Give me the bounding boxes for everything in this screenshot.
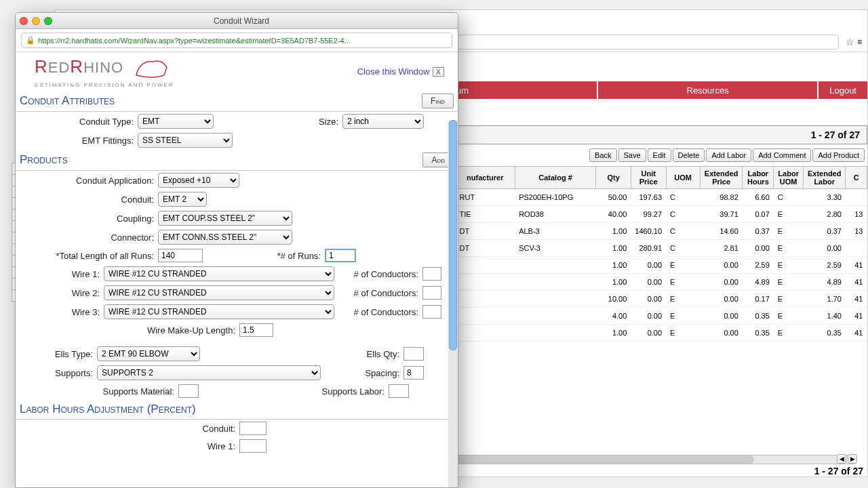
conduit-select[interactable]: EMT 2 (158, 192, 207, 207)
supports-label: Supports: (22, 368, 97, 378)
bookmark-star-icon[interactable]: ☆ (846, 37, 854, 47)
menu-logout[interactable]: Logout (817, 81, 867, 99)
labor-conduit-input[interactable] (239, 422, 267, 435)
col-labor-hours[interactable]: Labor Hours (743, 167, 774, 189)
dialog-url-field[interactable]: 🔒 https://rr2.hardhatis.com/WizardNav.as… (21, 33, 452, 48)
dialog-address-bar: 🔒 https://rr2.hardhatis.com/WizardNav.as… (16, 29, 458, 52)
dialog-url-text: https://rr2.hardhatis.com/WizardNav.aspx… (38, 37, 351, 45)
back-button[interactable]: Back (589, 148, 616, 162)
table-row[interactable]: DTSCV-31.00280.91C2.810.00E0.00 (456, 240, 867, 257)
scroll-right-icon[interactable]: ▶ (848, 454, 857, 464)
spacing-input[interactable] (403, 366, 424, 380)
wire1-label: Wire 1: (22, 269, 104, 279)
wire1-conductors-input[interactable] (422, 267, 441, 281)
dialog-scrollbar-thumb[interactable] (449, 120, 457, 350)
wire1-select[interactable]: WIRE #12 CU STRANDED (104, 266, 334, 281)
ells-type-select[interactable]: 2 EMT 90 ELBOW (97, 346, 200, 361)
ells-qty-label: Ells Qty: (200, 349, 403, 359)
wire3-conductors-label: # of Conductors: (334, 307, 422, 317)
close-window-label: Close this Window (357, 66, 430, 77)
emt-fittings-label: EMT Fittings: (22, 136, 138, 146)
spacing-label: Spacing: (321, 368, 403, 378)
col-ext-labor[interactable]: Extended Labor (803, 167, 846, 189)
labor-wire1-input[interactable] (239, 439, 267, 453)
makeup-length-input[interactable] (239, 323, 273, 337)
wire3-label: Wire 3: (22, 307, 104, 317)
lock-icon: 🔒 (26, 36, 35, 45)
table-row[interactable]: 1.000.00E0.002.59E2.5941 (456, 257, 867, 274)
supports-material-input[interactable] (178, 384, 199, 398)
add-labor-button[interactable]: Add Labor (706, 148, 751, 162)
ells-qty-input[interactable] (403, 347, 424, 361)
scroll-left-icon[interactable]: ◀ (837, 454, 846, 464)
table-row[interactable]: 10.000.00E0.000.17E1.7041 (456, 291, 867, 308)
horizontal-scrollbar[interactable]: ◀ ▶ (455, 455, 856, 464)
toolbar: Back Save Edit Delete Add Labor Add Comm… (455, 146, 867, 165)
products-header: Products Add (16, 150, 458, 171)
menu-icon[interactable]: ≡ (857, 37, 862, 47)
wire2-select[interactable]: WIRE #12 CU STRANDED (104, 285, 334, 300)
table-row[interactable]: DTALB-31.001460.10C14.600.37E0.3713 (456, 223, 867, 240)
col-catalog[interactable]: Catalog # (515, 167, 596, 189)
col-qty[interactable]: Qty (596, 167, 631, 189)
makeup-length-label: Wire Make-Up Length: (22, 325, 239, 336)
wire2-conductors-label: # of Conductors: (334, 288, 422, 298)
connector-label: Connector: (22, 232, 158, 243)
connector-select[interactable]: EMT CONN.SS STEEL 2" (158, 230, 292, 245)
wire3-conductors-input[interactable] (422, 305, 441, 319)
scrollbar-thumb[interactable] (456, 455, 754, 464)
coupling-select[interactable]: EMT COUP.SS STEEL 2" (158, 211, 292, 226)
rhino-icon (133, 55, 170, 82)
edit-button[interactable]: Edit (648, 148, 671, 162)
col-uom[interactable]: UOM (666, 167, 700, 189)
num-runs-input[interactable] (325, 249, 356, 262)
row-count-top: 1 - 27 of 27 (811, 129, 860, 140)
conduit-attributes-label: Conduit Attributes (20, 94, 115, 108)
delete-button[interactable]: Delete (673, 148, 705, 162)
close-x-icon[interactable]: X (433, 67, 444, 77)
menu-resources[interactable]: Resources (597, 81, 817, 99)
col-ext-price[interactable]: Extended Price (700, 167, 743, 189)
emt-fittings-select[interactable]: SS STEEL (138, 133, 233, 148)
conduit-application-label: Conduit Application: (22, 176, 158, 186)
table-row[interactable]: 1.000.00E0.004.89E4.8941 (456, 274, 867, 291)
total-length-input[interactable] (158, 249, 203, 262)
conduit-type-label: Conduit Type: (22, 117, 138, 127)
row-count-bottom: 1 - 27 of 27 (814, 466, 863, 476)
size-select[interactable]: 2 inch (342, 114, 424, 129)
labor-conduit-label: Conduit: (22, 424, 239, 434)
conduit-label: Conduit: (22, 195, 158, 205)
table-row[interactable]: 1.000.00E0.000.35E0.3541 (456, 325, 867, 342)
table-row[interactable]: RUTPS200EH-10PG50.00197.63C98.826.60C3.3… (456, 189, 867, 206)
col-c[interactable]: C (846, 167, 867, 189)
table-row[interactable]: TIEROD3840.0099.27C39.710.07E2.8013 (456, 206, 867, 223)
conduit-type-select[interactable]: EMT (138, 114, 214, 129)
col-labor-uom[interactable]: Labor UOM (774, 167, 804, 189)
wire2-conductors-input[interactable] (422, 286, 441, 300)
conduit-attributes-header: Conduit Attributes Find (16, 91, 458, 112)
conduit-application-select[interactable]: Exposed +10 (158, 173, 239, 188)
brand-tagline: ESTIMATING PRECISION AND POWER (35, 82, 174, 88)
dialog-titlebar[interactable]: Conduit Wizard (16, 13, 458, 29)
size-label: Size: (214, 117, 342, 127)
save-button[interactable]: Save (618, 148, 646, 162)
supports-labor-input[interactable] (389, 384, 409, 398)
dialog-title: Conduit Wizard (25, 16, 458, 26)
ells-type-label: Ells Type: (22, 349, 97, 359)
wire3-select[interactable]: WIRE #12 CU STRANDED (104, 304, 334, 319)
dialog-vertical-scrollbar[interactable] (448, 120, 458, 487)
labor-adjustment-header: Labor Hours Adjustment (Percent) (16, 400, 458, 420)
find-button[interactable]: Find (422, 94, 454, 108)
products-label: Products (20, 153, 68, 167)
add-product-button[interactable]: Add Product (812, 148, 865, 162)
add-comment-button[interactable]: Add Comment (753, 148, 811, 162)
col-manufacturer[interactable]: nufacturer (456, 167, 515, 189)
col-unit-price[interactable]: Unit Price (631, 167, 666, 189)
num-runs-label: *# of Runs: (203, 251, 325, 261)
supports-material-label: Supports Material: (22, 386, 178, 396)
table-row[interactable]: 4.000.00E0.000.35E1.4041 (456, 308, 867, 325)
close-window-link[interactable]: Close this WindowX (357, 66, 444, 77)
supports-labor-label: Supports Labor: (199, 386, 389, 396)
supports-select[interactable]: SUPPORTS 2 (97, 365, 321, 380)
total-length-label: *Total Length of all Runs: (22, 251, 158, 261)
